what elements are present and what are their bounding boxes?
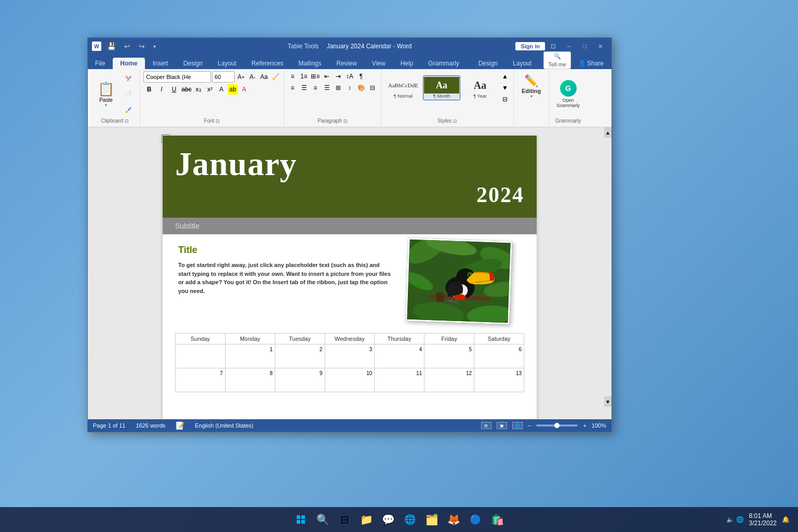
change-case-btn[interactable]: Aa xyxy=(259,72,269,82)
superscript-btn[interactable]: x² xyxy=(205,84,215,95)
styles-down-btn[interactable]: ▼ xyxy=(500,83,510,93)
line-spacing-btn[interactable]: ↕ xyxy=(344,83,355,93)
year-display[interactable]: 2024 xyxy=(175,182,524,207)
align-center-btn[interactable]: ☰ xyxy=(299,83,309,93)
tab-mailings[interactable]: Mailings xyxy=(291,58,328,69)
edge-btn[interactable]: 🔵 xyxy=(466,510,485,529)
italic-btn[interactable]: I xyxy=(156,84,167,95)
style-normal[interactable]: AaBbCcDdE ¶ Normal xyxy=(384,75,422,100)
tab-design[interactable]: Design xyxy=(176,58,210,69)
underline-btn[interactable]: U xyxy=(168,84,180,95)
clear-format-btn[interactable]: 🧹 xyxy=(270,72,281,82)
file-explorer-btn[interactable]: 📁 xyxy=(357,510,376,529)
borders-btn[interactable]: ⊟ xyxy=(367,83,378,93)
print-view-btn[interactable]: ▣ xyxy=(497,422,507,429)
scroll-down-btn[interactable]: ▼ xyxy=(604,396,611,407)
maximize-btn[interactable]: □ xyxy=(577,42,592,51)
text-effects-btn[interactable]: A xyxy=(216,84,227,95)
cal-cell[interactable] xyxy=(176,344,225,368)
show-marks-btn[interactable]: ¶ xyxy=(356,71,366,82)
cut-button[interactable]: ✂️ xyxy=(120,71,137,86)
zoom-out-btn[interactable]: − xyxy=(528,422,531,429)
folder-btn[interactable]: 🗂️ xyxy=(422,510,441,529)
content-title[interactable]: Title xyxy=(178,245,396,256)
bullets-btn[interactable]: ≡ xyxy=(287,71,298,82)
multilevel-btn[interactable]: ⊞≡ xyxy=(310,71,321,82)
cal-cell[interactable]: 3 xyxy=(325,344,375,368)
subtitle-text[interactable]: Subtitle xyxy=(175,222,200,230)
redo-btn[interactable]: ↪ xyxy=(136,41,148,52)
share-btn[interactable]: 👤 Share xyxy=(571,58,611,69)
strikethrough-btn[interactable]: abc xyxy=(181,84,192,95)
cal-cell[interactable]: 9 xyxy=(275,368,325,392)
chat-btn[interactable]: 💬 xyxy=(379,510,397,529)
cal-cell[interactable]: 8 xyxy=(225,368,275,392)
tab-help[interactable]: Help xyxy=(393,58,421,69)
bold-btn[interactable]: B xyxy=(143,84,155,95)
subtitle-bar[interactable]: Subtitle xyxy=(163,218,537,234)
font-size-input[interactable] xyxy=(212,71,235,83)
shading-btn[interactable]: 🎨 xyxy=(356,83,366,93)
font-size-down-btn[interactable]: A- xyxy=(247,72,258,82)
task-view-btn[interactable]: ⊟ xyxy=(335,510,354,529)
sort-btn[interactable]: ↕A xyxy=(344,71,355,82)
style-month[interactable]: Aa ¶ Month xyxy=(423,75,460,100)
cal-cell[interactable]: 4 xyxy=(375,344,424,368)
cal-cell[interactable]: 2 xyxy=(275,344,325,368)
align-right-btn[interactable]: ≡ xyxy=(310,83,321,93)
tell-me-input[interactable]: 🔍 Tell me xyxy=(543,51,571,69)
tab-home[interactable]: Home xyxy=(113,58,144,69)
search-taskbar-btn[interactable]: 🔍 xyxy=(313,510,332,529)
justify-btn[interactable]: ☰ xyxy=(322,83,332,93)
editing-button[interactable]: ✏️ Editing ▾ xyxy=(517,71,546,101)
cal-cell[interactable]: 1 xyxy=(225,344,275,368)
format-painter-button[interactable]: 🖌️ xyxy=(120,102,137,117)
font-color-btn[interactable]: A xyxy=(239,84,249,95)
sign-in-button[interactable]: Sign in xyxy=(515,42,545,50)
tab-insert[interactable]: Insert xyxy=(145,58,176,69)
zoom-slider[interactable] xyxy=(536,424,578,427)
copy-button[interactable]: 📄 xyxy=(120,87,137,101)
cal-cell[interactable]: 7 xyxy=(176,368,225,392)
styles-up-btn[interactable]: ▲ xyxy=(500,71,510,82)
tab-file[interactable]: File xyxy=(88,58,112,69)
save-quick-btn[interactable]: 💾 xyxy=(104,41,118,52)
notification-btn[interactable]: 🔔 xyxy=(782,516,790,523)
undo-btn[interactable]: ↩ xyxy=(122,41,133,52)
tab-table-design[interactable]: Design xyxy=(471,58,505,69)
web-view-btn[interactable]: 🌐 xyxy=(512,422,523,429)
align-left-btn[interactable]: ≡ xyxy=(287,83,298,93)
tab-grammarly[interactable]: Grammarly xyxy=(421,58,466,69)
quick-access-dropdown[interactable]: ▾ xyxy=(151,41,158,51)
start-button[interactable] xyxy=(291,510,310,529)
tab-review[interactable]: Review xyxy=(329,58,364,69)
style-year[interactable]: Aa ¶ Year xyxy=(461,75,499,100)
firefox-btn[interactable]: 🦊 xyxy=(444,510,463,529)
document-area[interactable]: ▲ ✛ January 2024 Subtitle Title To get s… xyxy=(88,127,611,419)
toucan-image[interactable] xyxy=(405,238,512,325)
cal-cell[interactable]: 13 xyxy=(474,368,524,392)
tab-references[interactable]: References xyxy=(244,58,290,69)
cal-cell[interactable]: 6 xyxy=(474,344,524,368)
cal-cell[interactable]: 5 xyxy=(424,344,474,368)
highlight-btn[interactable]: ab xyxy=(228,84,238,95)
close-btn[interactable]: ✕ xyxy=(593,42,607,51)
columns-btn[interactable]: ⊞ xyxy=(333,83,343,93)
paste-button[interactable]: 📋 Paste ▾ xyxy=(93,78,119,110)
read-view-btn[interactable]: ⊞ xyxy=(481,422,491,429)
increase-indent-btn[interactable]: ⇥ xyxy=(333,71,343,82)
zoom-in-btn[interactable]: + xyxy=(583,422,586,429)
subscript-btn[interactable]: x₂ xyxy=(193,84,204,95)
minimize-btn[interactable]: ─ xyxy=(562,42,576,51)
decrease-indent-btn[interactable]: ⇤ xyxy=(322,71,332,82)
tab-view[interactable]: View xyxy=(365,58,393,69)
store-btn[interactable]: 🛍️ xyxy=(488,510,507,529)
open-grammarly-button[interactable]: G OpenGrammarly xyxy=(552,78,584,110)
cal-cell[interactable]: 12 xyxy=(424,368,474,392)
numbering-btn[interactable]: 1≡ xyxy=(299,71,309,82)
cal-cell[interactable]: 10 xyxy=(325,368,375,392)
scroll-up-btn[interactable]: ▲ xyxy=(604,127,611,138)
month-title[interactable]: January xyxy=(175,146,524,182)
tab-table-layout[interactable]: Layout xyxy=(506,58,539,69)
font-family-input[interactable] xyxy=(143,71,211,83)
